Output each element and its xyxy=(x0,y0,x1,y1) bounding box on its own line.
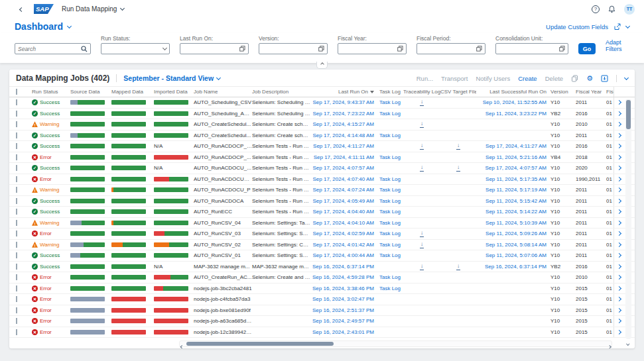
value-help-icon[interactable] xyxy=(318,46,324,52)
row-checkbox[interactable] xyxy=(16,307,17,313)
view-selector[interactable]: September - Standard View xyxy=(116,74,220,82)
row-navigate-chevron-right-icon[interactable] xyxy=(617,187,621,192)
csv-target-file-download-icon[interactable]: ↓ xyxy=(456,143,460,150)
table-row[interactable]: !Warning AUTO_RunACDOCU_P Selenium Tests… xyxy=(9,185,635,196)
task-log-link[interactable]: Task Log xyxy=(379,99,401,105)
table-row[interactable]: ✕Error AUTO_RunCSV_03 Selenium: Settings… xyxy=(9,229,635,240)
last-successful-run-on-link[interactable]: Sep 17, 2024, 4:07:57 AM xyxy=(485,165,547,171)
update-custom-fields-link[interactable]: Update Custom Fields xyxy=(546,23,608,30)
task-log-link[interactable]: Task Log xyxy=(379,209,401,215)
col-job-description[interactable]: Job Description xyxy=(252,89,310,95)
search-icon[interactable] xyxy=(81,46,88,52)
row-checkbox[interactable] xyxy=(16,252,17,258)
row-checkbox[interactable] xyxy=(16,132,17,138)
csv-target-file-download-icon[interactable]: ↓ xyxy=(456,264,460,270)
consolidation-unit-field[interactable] xyxy=(495,43,568,54)
row-navigate-chevron-right-icon[interactable] xyxy=(617,253,621,258)
task-log-link[interactable]: Task Log xyxy=(379,176,401,182)
last-successful-run-on-link[interactable]: Sep 11, 2024, 5:07:06 AM xyxy=(485,252,547,258)
table-row[interactable]: ✓Success N/A AUTO_RunACDOCU_... Selenium… xyxy=(9,163,635,174)
horizontal-scrollbar[interactable] xyxy=(179,340,612,347)
row-checkbox[interactable] xyxy=(16,176,17,182)
last-run-on-link[interactable]: Sep 17, 2024, 4:11:27 AM xyxy=(313,143,374,149)
task-log-link[interactable]: Task Log xyxy=(379,242,401,248)
traceability-log-download-icon[interactable]: ↓ xyxy=(420,231,424,237)
value-help-icon[interactable] xyxy=(476,46,482,52)
select-all-checkbox[interactable] xyxy=(16,89,17,95)
last-run-on-link[interactable]: Sep 17, 2024, 4:07:57 AM xyxy=(312,165,374,171)
task-log-link[interactable]: Task Log xyxy=(379,187,401,193)
page-title-chevron-down-icon[interactable] xyxy=(67,23,72,28)
vertical-scrollbar-thumb[interactable] xyxy=(626,100,631,129)
row-navigate-chevron-right-icon[interactable] xyxy=(617,221,621,225)
last-successful-run-on-link[interactable]: Sep 11, 2024, 5:15:42 AM xyxy=(485,198,547,204)
table-row[interactable]: ✓Success N/A AUTO_RunACDOCP_OP Selenium … xyxy=(9,141,635,152)
last-run-on-link[interactable]: Sep 17, 2024, 4:02:59 AM xyxy=(312,231,374,236)
settings-gear-icon[interactable]: ⚙ xyxy=(586,75,593,82)
run-status-select[interactable] xyxy=(101,43,170,54)
export-menu-chevron-down-icon[interactable] xyxy=(624,75,629,79)
col-csv-target-file[interactable]: CSV Target File xyxy=(440,89,476,95)
back-icon[interactable] xyxy=(20,6,23,13)
table-row[interactable]: ✓Success AUTO_RunACDOCA Selenium Tests -… xyxy=(9,196,635,207)
col-task-log[interactable]: Task Log xyxy=(377,89,403,95)
traceability-log-download-icon[interactable]: ↓ xyxy=(420,264,424,270)
table-row[interactable]: !Warning AUTO_RunCSV_02 Selenium: Settin… xyxy=(9,240,635,251)
last-run-on-link[interactable]: Sep 17, 2024, 4:07:40 AM xyxy=(312,176,374,182)
last-successful-run-on-link[interactable]: Sep 16, 2024, 6:37:14 PM xyxy=(485,264,547,270)
scroll-left-arrow-icon[interactable] xyxy=(181,342,184,348)
create-button[interactable]: Create xyxy=(518,75,537,82)
row-checkbox[interactable] xyxy=(16,231,17,236)
row-navigate-chevron-right-icon[interactable] xyxy=(617,111,621,116)
row-navigate-chevron-right-icon[interactable] xyxy=(617,319,621,323)
row-checkbox[interactable] xyxy=(16,99,17,105)
last-run-on-link[interactable]: Sep 17, 2024, 4:11:11 AM xyxy=(314,154,374,160)
col-traceability-log[interactable]: Traceability Log xyxy=(403,89,440,95)
col-job-name[interactable]: Job Name xyxy=(194,89,252,95)
row-checkbox[interactable] xyxy=(16,187,17,193)
value-help-icon[interactable] xyxy=(397,46,403,52)
user-avatar[interactable]: TT xyxy=(624,4,635,15)
row-navigate-chevron-right-icon[interactable] xyxy=(617,100,621,105)
row-navigate-chevron-right-icon[interactable] xyxy=(617,177,621,181)
row-checkbox[interactable] xyxy=(16,274,17,280)
table-row[interactable]: ✓Success N/A MAP-3632 manage m... MAP-36… xyxy=(9,262,635,273)
csv-target-file-download-icon[interactable]: ↓ xyxy=(456,165,460,172)
col-mapped-data[interactable]: Mapped Data xyxy=(111,89,154,95)
last-successful-run-on-link[interactable]: Sep 11, 2024, 5:09:26 AM xyxy=(485,231,547,236)
row-navigate-chevron-right-icon[interactable] xyxy=(617,155,621,160)
last-run-on-link[interactable]: Sep 16, 2024, 6:37:14 PM xyxy=(312,264,374,270)
help-icon[interactable]: ? xyxy=(592,5,600,13)
col-version[interactable]: Version xyxy=(550,89,576,95)
last-successful-run-on-link[interactable]: Sep 11, 2024, 3:23:22 PM xyxy=(485,111,547,117)
row-checkbox[interactable] xyxy=(16,264,17,270)
row-navigate-chevron-right-icon[interactable] xyxy=(617,286,621,291)
row-navigate-chevron-right-icon[interactable] xyxy=(617,122,621,127)
row-checkbox[interactable] xyxy=(16,318,17,324)
col-run-status[interactable]: Run Status xyxy=(32,89,70,95)
row-navigate-chevron-right-icon[interactable] xyxy=(617,242,621,247)
delete-button[interactable]: Delete xyxy=(545,75,563,82)
row-navigate-chevron-right-icon[interactable] xyxy=(617,264,621,269)
version-field[interactable] xyxy=(259,43,328,54)
row-navigate-chevron-right-icon[interactable] xyxy=(617,209,621,214)
last-successful-run-on-link[interactable]: Sep 11, 2024, 5:08:14 AM xyxy=(485,242,547,248)
table-row[interactable]: ✓Success AUTO_RunECC Selenium Tests - Ru… xyxy=(9,207,635,218)
last-run-on-link[interactable]: Sep 16, 2024, 3:38:46 PM xyxy=(312,285,374,291)
app-title[interactable]: Run Data Mapping xyxy=(62,5,117,13)
row-navigate-chevron-right-icon[interactable] xyxy=(617,330,621,335)
col-source-data[interactable]: Source Data xyxy=(70,89,111,95)
task-log-link[interactable]: Task Log xyxy=(379,285,401,291)
table-row[interactable]: ✕Error nodejs-job-a63ca685ded Sep 16, 20… xyxy=(9,316,635,327)
adapt-filters-link[interactable]: Adapt Filters xyxy=(606,39,629,52)
row-navigate-chevron-right-icon[interactable] xyxy=(617,166,621,170)
traceability-log-download-icon[interactable]: ↓ xyxy=(420,165,424,172)
row-navigate-chevron-right-icon[interactable] xyxy=(617,144,621,148)
vertical-scrollbar[interactable] xyxy=(625,99,631,339)
row-navigate-chevron-right-icon[interactable] xyxy=(617,308,621,313)
col-last-successful-run-on[interactable]: Last Successful Run On xyxy=(476,89,550,95)
table-row[interactable]: ✓Success AUTO_Scheduling_AC... Selenium:… xyxy=(9,109,635,120)
table-row[interactable]: ✕Error nodejs-job-3bc2cba2481 Sep 16, 20… xyxy=(9,284,635,295)
table-row[interactable]: ✓Success AUTO_CreateSchedul... Selenium:… xyxy=(9,130,635,142)
last-successful-run-on-link[interactable]: Sep 11, 2024, 5:17:19 AM xyxy=(485,187,547,193)
